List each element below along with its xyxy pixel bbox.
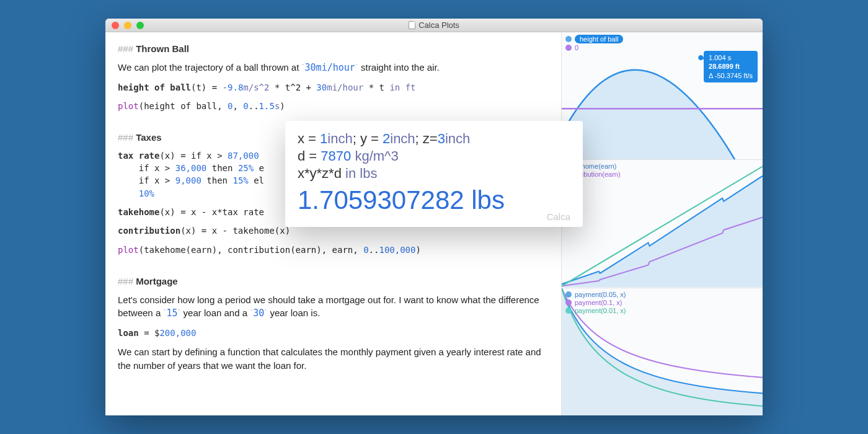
legend-dot-icon xyxy=(565,299,572,306)
heading-mortgage: ### Mortgage xyxy=(118,275,549,288)
legend-label: payment(0.1, x) xyxy=(575,299,622,306)
plot-taxes[interactable]: kehome(earn) ntribution(earn) irn xyxy=(562,160,763,288)
legend-dot-icon xyxy=(565,45,572,51)
plot-ball-legend: height of ball 0 xyxy=(565,35,623,52)
taxes-plot-call[interactable]: plot(takehome(earn), contribution(earn),… xyxy=(118,244,549,256)
ball-intro: We can plot the trajectory of a ball thr… xyxy=(118,61,549,75)
tooltip-line: 1.004 s xyxy=(709,53,753,62)
card-line-3: x*y*z*d in lbs xyxy=(298,166,570,182)
minimize-icon[interactable] xyxy=(124,22,131,29)
zoom-icon[interactable] xyxy=(136,22,144,29)
close-icon[interactable] xyxy=(112,22,119,29)
legend-label: 0 xyxy=(575,44,578,51)
legend-dot-icon xyxy=(565,308,572,314)
window-title-text: Calca Plots xyxy=(418,20,459,30)
mortgage-intro: Let's consider how long a period we shou… xyxy=(118,293,549,321)
card-result: 1.7059307282 lbs xyxy=(298,185,570,215)
window-controls xyxy=(105,22,144,29)
mortgage-p2: We can start by defining a function that… xyxy=(118,345,549,373)
legend-dot-icon xyxy=(565,36,572,42)
legend-label: payment(0.01, x) xyxy=(575,307,626,314)
card-line-1: x = 1inch; y = 2inch; z=3inch xyxy=(298,131,570,147)
ball-plot-call[interactable]: plot(height of ball, 0, 0..1.5s) xyxy=(118,100,549,112)
tooltip-line: Δ -50.3745 ft/s xyxy=(709,71,753,80)
plot-tooltip: 1.004 s 28.6899 ft Δ -50.3745 ft/s xyxy=(704,51,758,82)
plots-pane: height of ball 0 1.004 s 28.6899 ft Δ -5… xyxy=(561,32,763,415)
legend-label: payment(0.05, x) xyxy=(575,291,626,298)
result-card: x = 1inch; y = 2inch; z=3inch d = 7870 k… xyxy=(285,121,583,227)
window-title: Calca Plots xyxy=(105,20,763,30)
ball-formula[interactable]: height of ball(t) = -9.8m/s^2 * t^2 + 30… xyxy=(118,81,549,94)
loan-def[interactable]: loan = $200,000 xyxy=(118,327,549,339)
plot-ball[interactable]: height of ball 0 1.004 s 28.6899 ft Δ -5… xyxy=(562,32,763,160)
legend-dot-icon xyxy=(565,291,572,298)
svg-marker-2 xyxy=(562,176,763,288)
heading-thrown-ball: ### Thrown Ball xyxy=(118,42,549,56)
legend-label: height of ball xyxy=(575,35,623,43)
plot-mortgage-legend: payment(0.05, x) payment(0.1, x) payment… xyxy=(565,291,626,315)
titlebar: Calca Plots xyxy=(105,19,763,32)
plot-mortgage[interactable]: payment(0.05, x) payment(0.1, x) payment… xyxy=(562,288,763,415)
card-line-2: d = 7870 kg/m^3 xyxy=(298,148,570,164)
tooltip-line: 28.6899 ft xyxy=(709,62,753,71)
document-icon xyxy=(409,21,415,29)
